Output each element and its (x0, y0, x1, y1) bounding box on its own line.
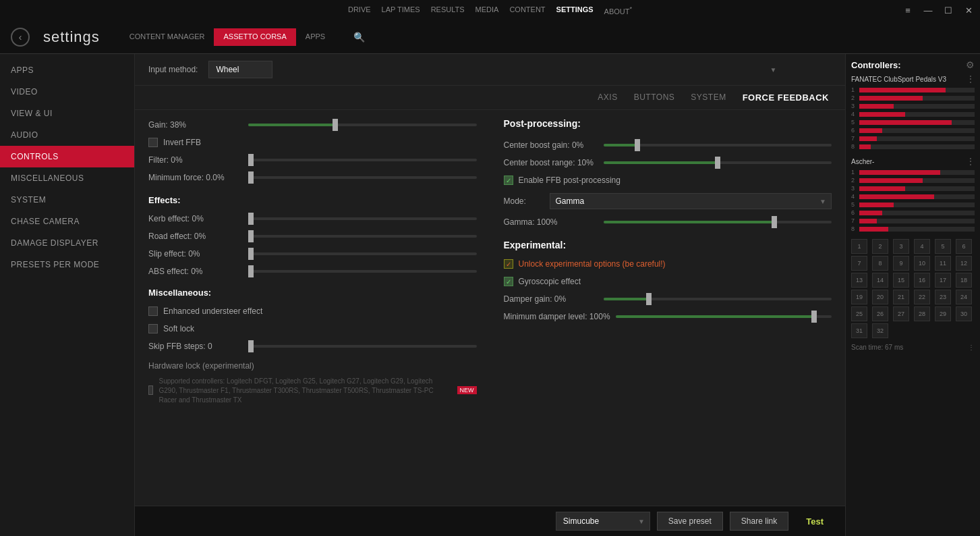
nav-laptimes[interactable]: LAP TIMES (382, 5, 420, 16)
gamma-slider[interactable] (604, 221, 832, 223)
btn-5[interactable]: 5 (935, 239, 951, 254)
abs-slider[interactable] (248, 270, 477, 273)
preset-select[interactable]: Simucube Default Custom (556, 512, 650, 531)
back-button[interactable]: ‹ (11, 28, 30, 47)
input-method-select[interactable]: Wheel Keyboard Gamepad (208, 61, 272, 78)
sub-tab-system[interactable]: SYSTEM (688, 91, 728, 104)
hardware-lock-checkbox[interactable] (148, 385, 153, 395)
sidebar-item-miscellaneous[interactable]: MISCELLANEOUS (0, 167, 134, 189)
btn-24[interactable]: 24 (956, 290, 972, 304)
share-link-button[interactable]: Share link (730, 512, 788, 531)
sub-tab-axis[interactable]: AXIS (595, 91, 620, 104)
btn-13[interactable]: 13 (851, 273, 867, 288)
save-preset-button[interactable]: Save preset (657, 512, 723, 531)
nav-content[interactable]: CONTENT (509, 5, 545, 16)
btn-6[interactable]: 6 (956, 239, 972, 254)
sidebar-item-presets-per-mode[interactable]: PRESETS PER MODE (0, 254, 134, 275)
experimental-title: Experimental: (504, 240, 832, 250)
enable-ffb-label: Enable FFB post-processing (519, 176, 621, 185)
nav-about[interactable]: ABOUT* (604, 5, 632, 16)
btn-2[interactable]: 2 (872, 239, 888, 254)
slip-slider[interactable] (248, 252, 477, 255)
btn-23[interactable]: 23 (935, 290, 951, 304)
minimize-button[interactable]: — (922, 4, 934, 16)
damper-gain-slider[interactable] (604, 298, 832, 300)
soft-lock-checkbox[interactable] (148, 324, 158, 333)
road-slider[interactable] (248, 235, 477, 238)
btn-12[interactable]: 12 (956, 256, 972, 271)
center-boost-gain-slider[interactable] (604, 144, 832, 146)
btn-18[interactable]: 18 (956, 273, 972, 288)
btn-4[interactable]: 4 (914, 239, 930, 254)
btn-9[interactable]: 9 (893, 256, 909, 271)
nav-results[interactable]: RESULTS (431, 5, 465, 16)
nav-media[interactable]: MEDIA (475, 5, 499, 16)
enhanced-understeer-checkbox[interactable] (148, 306, 158, 316)
sidebar-item-view-ui[interactable]: VIEW & UI (0, 103, 134, 124)
btn-11[interactable]: 11 (935, 256, 951, 271)
close-button[interactable]: ✕ (962, 4, 975, 16)
nav-drive[interactable]: DRIVE (348, 5, 371, 16)
btn-27[interactable]: 27 (893, 306, 909, 321)
btn-29[interactable]: 29 (935, 306, 951, 321)
enable-ffb-checkbox[interactable]: ✓ (504, 176, 513, 185)
sidebar-item-chase-camera[interactable]: CHASE CAMERA (0, 211, 134, 232)
btn-32[interactable]: 32 (872, 323, 888, 338)
btn-20[interactable]: 20 (872, 290, 888, 304)
sidebar-item-system[interactable]: SYSTEM (0, 189, 134, 211)
sidebar-item-audio[interactable]: AUDIO (0, 124, 134, 146)
min-damper-slider[interactable] (616, 315, 832, 318)
mode-select[interactable]: Gamma None Low speed boost (550, 193, 832, 209)
btn-19[interactable]: 19 (851, 290, 867, 304)
btn-8[interactable]: 8 (872, 256, 888, 271)
gyroscopic-checkbox[interactable]: ✓ (504, 277, 513, 286)
btn-14[interactable]: 14 (872, 273, 888, 288)
invert-ffb-checkbox[interactable] (148, 138, 158, 147)
maximize-button[interactable]: ☐ (942, 4, 954, 16)
btn-26[interactable]: 26 (872, 306, 888, 321)
btn-25[interactable]: 25 (851, 306, 867, 321)
skip-ffb-slider[interactable] (248, 345, 477, 348)
abs-label: ABS effect: 0% (148, 267, 243, 276)
nav-settings[interactable]: SETTINGS (556, 5, 594, 16)
tab-apps[interactable]: APPS (296, 28, 335, 46)
hardware-lock-desc-container: Supported controllers: Logitech DFGT, Lo… (158, 375, 449, 405)
sidebar-item-video[interactable]: VIDEO (0, 81, 134, 103)
hardware-lock-description: Supported controllers: Logitech DFGT, Lo… (158, 377, 449, 405)
btn-31[interactable]: 31 (851, 323, 867, 338)
kerb-slider[interactable] (248, 217, 477, 220)
tab-content-manager[interactable]: CONTENT MANAGER (120, 28, 214, 46)
btn-7[interactable]: 7 (851, 256, 867, 271)
filter-slider[interactable] (248, 159, 477, 161)
btn-17[interactable]: 17 (935, 273, 951, 288)
center-boost-range-slider[interactable] (604, 161, 832, 164)
menu-button[interactable]: ≡ (902, 4, 914, 16)
damper-gain-label: Damper gain: 0% (504, 294, 598, 304)
btn-15[interactable]: 15 (893, 273, 909, 288)
btn-22[interactable]: 22 (914, 290, 930, 304)
btn-30[interactable]: 30 (956, 306, 972, 321)
sub-tab-buttons[interactable]: BUTTONS (631, 91, 678, 104)
scan-time-more[interactable]: ⋮ (968, 344, 975, 351)
sidebar-item-apps[interactable]: APPS (0, 59, 134, 81)
btn-28[interactable]: 28 (914, 306, 930, 321)
minimum-force-label: Minimum force: 0.0% (148, 173, 243, 182)
device-2-more[interactable]: ⋮ (967, 157, 975, 166)
device-2-bar-7: 7 (851, 217, 975, 224)
minimum-force-slider[interactable] (248, 176, 477, 179)
controllers-gear-icon[interactable]: ⚙ (966, 59, 975, 70)
btn-3[interactable]: 3 (893, 239, 909, 254)
btn-21[interactable]: 21 (893, 290, 909, 304)
sub-tab-force-feedback[interactable]: FORCE FEEDBACK (740, 91, 832, 104)
unlock-experimental-checkbox[interactable]: ✓ (504, 259, 513, 269)
tab-assetto-corsa[interactable]: ASSETTO CORSA (214, 28, 295, 46)
btn-1[interactable]: 1 (851, 239, 867, 254)
device-1-more[interactable]: ⋮ (967, 74, 975, 84)
btn-16[interactable]: 16 (914, 273, 930, 288)
sidebar-item-controls[interactable]: CONTROLS (0, 146, 134, 167)
gain-slider[interactable] (248, 124, 477, 126)
btn-10[interactable]: 10 (914, 256, 930, 271)
test-button[interactable]: Test (795, 512, 834, 531)
sidebar-item-damage-displayer[interactable]: DAMAGE DISPLAYER (0, 232, 134, 254)
search-icon[interactable]: 🔍 (353, 32, 365, 43)
